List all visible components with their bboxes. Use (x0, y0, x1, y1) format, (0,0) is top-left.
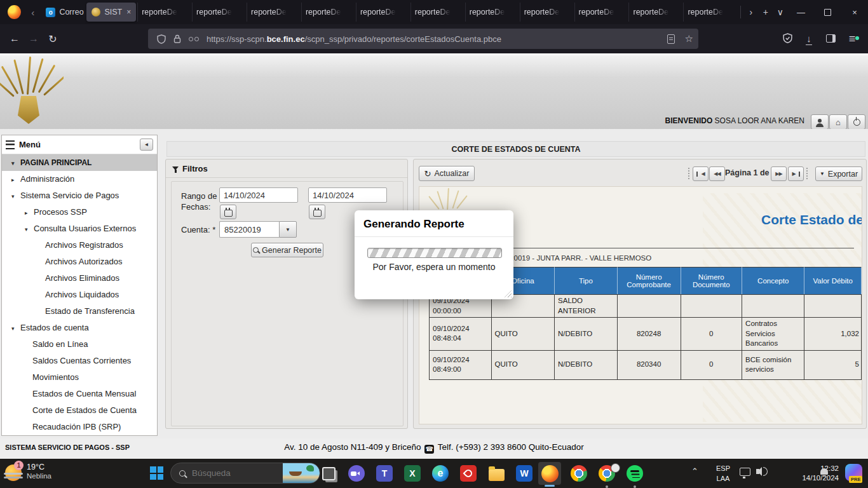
window-minimize-button[interactable]: — (787, 0, 814, 24)
tab-outlook[interactable]: Correo (41, 3, 85, 22)
downloads-icon[interactable]: ←↓ (798, 33, 820, 45)
sidebar-item-estado-de-transferencia[interactable]: Estado de Transferencia (2, 303, 157, 320)
word-app-icon[interactable]: W (516, 465, 532, 482)
tab-reporte[interactable]: reporteDet (410, 3, 465, 22)
tab-reporte[interactable]: reporteDet (520, 3, 574, 22)
last-page-button[interactable]: ▶ (788, 166, 804, 181)
start-button[interactable] (150, 466, 163, 480)
window-maximize-button[interactable] (815, 0, 841, 24)
list-tabs-icon[interactable]: ∨ (773, 4, 787, 20)
date-to-input[interactable] (308, 187, 387, 203)
url-text[interactable]: https://ssp-scpn.bce.fin.ec/scpn_ssp/pri… (207, 34, 663, 44)
next-page-button[interactable]: ▶▶ (771, 166, 787, 181)
tab-reporte[interactable]: reporteDet (465, 3, 520, 22)
refresh-button[interactable]: ↻ Actualizar (419, 166, 475, 181)
tab-reporte[interactable]: reporteDet (628, 3, 683, 22)
date-from-input[interactable] (219, 187, 298, 203)
edge-app-icon[interactable]: e (432, 465, 449, 482)
tab-reporte[interactable]: reporteDet (356, 3, 410, 22)
teams-app-icon[interactable]: T (376, 465, 393, 482)
taskbar-clock[interactable]: 12:32 14/10/2024 (782, 464, 839, 483)
app-menu-icon[interactable]: ≡ (841, 32, 863, 46)
tab-reporte[interactable]: reporteDet (574, 3, 629, 22)
back-button[interactable]: ← (5, 33, 24, 44)
bookmark-star-icon[interactable]: ☆ (685, 33, 693, 44)
date-from-calendar-button[interactable] (220, 205, 236, 219)
tab-reporte[interactable]: reporteDet (301, 3, 356, 22)
taskbar-search[interactable] (170, 463, 320, 484)
account-combobox[interactable]: 85220019 ▼ (219, 221, 297, 238)
task-view-button[interactable] (320, 465, 337, 482)
firefox-logo-icon[interactable] (8, 5, 21, 19)
protections-shield-icon[interactable] (776, 33, 798, 45)
new-tab-button[interactable]: + (758, 4, 773, 20)
sidebar-item-corte-de-estados-de-cuenta[interactable]: Corte de Estados de Cuenta (2, 402, 157, 419)
previous-page-button[interactable]: ◀◀ (709, 166, 725, 181)
sidebar-item-archivos-eliminados[interactable]: Archivos Eliminados (2, 270, 157, 287)
sidebar-item-saldos-cuentas-corrientes[interactable]: Saldos Cuentas Corrientes (2, 353, 157, 369)
chrome-app-icon[interactable] (571, 465, 587, 482)
date-to-calendar-button[interactable] (309, 205, 325, 219)
notifications-bell-icon[interactable] (820, 468, 828, 475)
excel-app-icon[interactable]: X (404, 465, 421, 482)
tab-reporte[interactable]: reporteDet (247, 3, 301, 22)
first-page-button[interactable]: ◀ (693, 166, 709, 181)
home-button[interactable]: ⌂ (829, 114, 847, 130)
sidebar-item-recaudacion-ipb[interactable]: Recaudación IPB (SRP) (2, 419, 157, 435)
sidebar-item-estados-de-cuenta-mensual[interactable]: Estados de Cuenta Mensual (2, 386, 157, 402)
refresh-icon: ↻ (424, 169, 431, 179)
sidebar-item-archivos-liquidados[interactable]: Archivos Liquidados (2, 287, 157, 303)
sidebar-item-archivos-registrados[interactable]: Archivos Registrados (2, 237, 157, 254)
tab-reporte[interactable]: reporteDet (137, 3, 192, 22)
tab-reporte[interactable]: reporteDet (683, 3, 738, 22)
profile-button[interactable] (811, 114, 829, 130)
sidebar-item-pagina-principal[interactable]: ▾PAGINA PRINCIPAL (2, 154, 157, 171)
shield-icon[interactable] (157, 34, 166, 44)
search-input[interactable] (191, 468, 283, 478)
acrobat-app-icon[interactable] (460, 465, 477, 482)
weather-widget[interactable]: 1 19°C Neblina (5, 462, 51, 481)
menu-collapse-button[interactable]: ◄ (140, 139, 153, 151)
tab-active-sistema[interactable]: SIST × (86, 3, 136, 22)
tab-reporte[interactable]: reporteDet (192, 3, 247, 22)
reload-button[interactable]: ↻ (43, 33, 62, 45)
date-range-label: Rango de Fechas: (181, 191, 222, 212)
sidebar-item-sistema-servicio-pagos[interactable]: ▾Sistema Servicio de Pagos (2, 187, 157, 204)
meet-app-icon[interactable] (348, 465, 365, 482)
folder-icon (489, 469, 505, 481)
combo-dropdown-icon[interactable]: ▼ (279, 221, 297, 238)
sidebar-toggle-icon[interactable] (820, 34, 841, 44)
account-value[interactable]: 85220019 (219, 221, 279, 238)
clock-date: 14/10/2024 (782, 473, 839, 483)
generate-report-button[interactable]: Generar Reporte (251, 243, 323, 257)
lock-icon[interactable] (173, 34, 181, 43)
tray-expand-icon[interactable]: ⌃ (691, 466, 698, 476)
resize-handle[interactable] (505, 290, 512, 297)
calendar-icon (313, 210, 322, 217)
forward-button[interactable]: → (24, 33, 43, 44)
sidebar-item-estados-de-cuenta[interactable]: ▾Estados de cuenta (2, 320, 157, 336)
logout-button[interactable] (848, 114, 865, 130)
sidebar-item-archivos-autorizados[interactable]: Archivos Autorizados (2, 254, 157, 270)
weather-desc: Neblina (27, 471, 51, 480)
chevron-right-icon: ▸ (25, 205, 32, 220)
permissions-icon[interactable] (189, 36, 199, 41)
spotify-app-icon[interactable] (627, 465, 643, 482)
sidebar-item-administracion[interactable]: ▸Administración (2, 171, 157, 187)
file-explorer-icon[interactable] (488, 465, 505, 482)
export-button[interactable]: ▼ Exportar (815, 166, 862, 181)
sidebar-item-procesos-ssp[interactable]: ▸Procesos SSP (2, 204, 157, 220)
reader-view-icon[interactable] (667, 34, 675, 44)
volume-icon[interactable] (756, 469, 759, 474)
sidebar-item-consulta-usuarios-externos[interactable]: ▾Consulta Usuarios Externos (2, 220, 157, 237)
firefox-taskbar-active[interactable] (538, 462, 561, 485)
tab-close-icon[interactable]: × (126, 8, 131, 17)
language-switcher[interactable]: ESP LAA (712, 463, 734, 484)
tab-overflow-left-icon[interactable]: ‹ (27, 7, 38, 18)
sidebar-item-saldo-en-linea[interactable]: Saldo en Línea (2, 336, 157, 353)
url-bar[interactable]: https://ssp-scpn.bce.fin.ec/scpn_ssp/pri… (148, 29, 698, 49)
tab-scroll-right-icon[interactable]: › (743, 4, 758, 20)
network-icon[interactable] (740, 468, 750, 476)
sidebar-item-movimientos[interactable]: Movimientos (2, 369, 157, 386)
window-close-button[interactable]: × (841, 0, 868, 24)
